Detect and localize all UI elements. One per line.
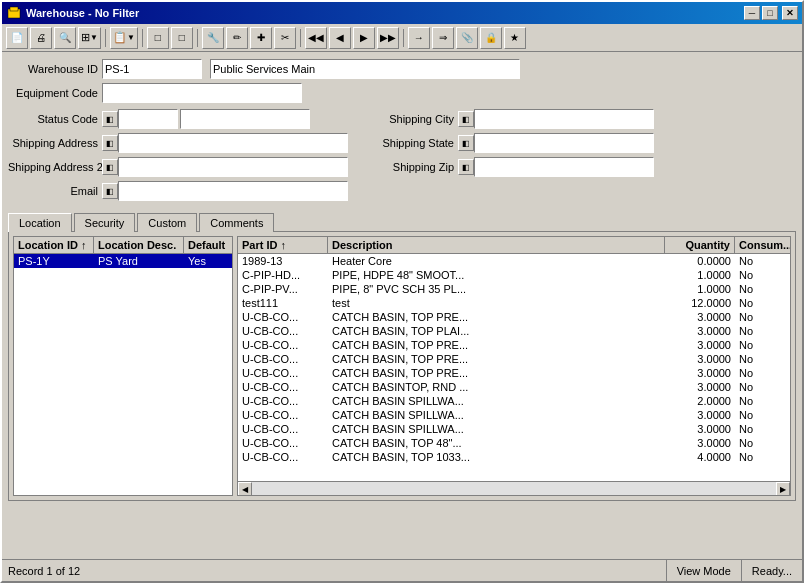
shipping-address-icon-btn[interactable]: ◧ [102, 135, 118, 151]
scissors-button[interactable]: ✂ [274, 27, 296, 49]
tools-button[interactable]: 🔧 [202, 27, 224, 49]
view-mode-section: View Mode [667, 560, 742, 581]
close-button[interactable]: ✕ [782, 6, 798, 20]
shipping-address-input[interactable] [118, 133, 348, 153]
part-row-11[interactable]: U-CB-CO... CATCH BASIN SPILLWA... 3.0000… [238, 408, 790, 422]
shipping-address-label: Shipping Address [8, 137, 98, 149]
email-label: Email [8, 185, 98, 197]
equipment-code-input[interactable] [102, 83, 302, 103]
part-row-8[interactable]: U-CB-CO... CATCH BASIN, TOP PRE... 3.000… [238, 366, 790, 380]
ready-label: Ready... [752, 565, 792, 577]
part-row-9[interactable]: U-CB-CO... CATCH BASINTOP, RND ... 3.000… [238, 380, 790, 394]
lock-button[interactable]: 🔒 [480, 27, 502, 49]
add-button[interactable]: ✚ [250, 27, 272, 49]
maximize-button[interactable]: □ [762, 6, 778, 20]
part-row-4[interactable]: U-CB-CO... CATCH BASIN, TOP PRE... 3.000… [238, 310, 790, 324]
toolbar: 📄 🖨 🔍 ⊞ ▼ 📋 ▼ □ □ 🔧 ✏ ✚ ✂ ◀◀ ◀ ▶ ▶▶ → ⇒ … [2, 24, 802, 52]
default-header[interactable]: Default [184, 237, 229, 253]
part-row-12[interactable]: U-CB-CO... CATCH BASIN SPILLWA... 3.0000… [238, 422, 790, 436]
part-row-14[interactable]: U-CB-CO... CATCH BASIN, TOP 1033... 4.00… [238, 450, 790, 464]
attach-button[interactable]: 📎 [456, 27, 478, 49]
last-button[interactable]: ▶▶ [377, 27, 399, 49]
warehouse-name-input[interactable] [210, 59, 520, 79]
filter-dropdown[interactable]: ⊞ ▼ [78, 27, 101, 49]
right-form-col: Shipping City ◧ Shipping State ◧ [364, 108, 654, 202]
part-row-3[interactable]: test111 test 12.0000 No [238, 296, 790, 310]
parts-hscrollbar[interactable]: ◀ ▶ [238, 481, 790, 495]
consumable-header[interactable]: Consum... [735, 237, 790, 253]
part-row-5[interactable]: U-CB-CO... CATCH BASIN, TOP PLAI... 3.00… [238, 324, 790, 338]
shipping-state-input[interactable] [474, 133, 654, 153]
prev-button[interactable]: ◀ [329, 27, 351, 49]
equipment-code-row: Equipment Code [8, 82, 796, 104]
email-icon-btn[interactable]: ◧ [102, 183, 118, 199]
hscroll-left[interactable]: ◀ [238, 482, 252, 496]
status-code-icon-btn[interactable]: ◧ [102, 111, 118, 127]
shipping-zip-input[interactable] [474, 157, 654, 177]
shipping-address2-input[interactable] [118, 157, 348, 177]
part-row-6[interactable]: U-CB-CO... CATCH BASIN, TOP PRE... 3.000… [238, 338, 790, 352]
parts-table-header: Part ID ↑ Description Quantity Consum... [238, 237, 790, 254]
quantity-header[interactable]: Quantity [665, 237, 735, 253]
go2-button[interactable]: ⇒ [432, 27, 454, 49]
content-area: Warehouse ID Equipment Code Status Code [2, 52, 802, 559]
status-code-desc-input[interactable] [180, 109, 310, 129]
shipping-city-icon-btn[interactable]: ◧ [458, 111, 474, 127]
window-controls: ─ □ ✕ [744, 6, 798, 20]
blank-btn2[interactable]: □ [171, 27, 193, 49]
hscroll-right[interactable]: ▶ [776, 482, 790, 496]
shipping-city-input[interactable] [474, 109, 654, 129]
tab-comments[interactable]: Comments [199, 213, 274, 232]
equipment-code-input-group [102, 83, 302, 103]
shipping-state-icon-btn[interactable]: ◧ [458, 135, 474, 151]
tab-location[interactable]: Location [8, 213, 72, 232]
shipping-address2-icon-btn[interactable]: ◧ [102, 159, 118, 175]
pencil-button[interactable]: ✏ [226, 27, 248, 49]
email-group: ◧ [102, 181, 348, 201]
find-button[interactable]: 🔍 [54, 27, 76, 49]
shipping-city-label: Shipping City [364, 113, 454, 125]
parts-table: Part ID ↑ Description Quantity Consum...… [237, 236, 791, 496]
tab-security[interactable]: Security [74, 213, 136, 232]
window-title: Warehouse - No Filter [26, 7, 744, 19]
email-input[interactable] [118, 181, 348, 201]
default-cell: Yes [184, 254, 229, 268]
parts-table-scroll[interactable]: 1989-13 Heater Core 0.0000 No C-PIP-HD..… [238, 254, 790, 481]
warehouse-id-input[interactable] [102, 59, 202, 79]
star-button[interactable]: ★ [504, 27, 526, 49]
left-form-col: Status Code ◧ Shipping Address ◧ [8, 108, 348, 202]
shipping-state-row: Shipping State ◧ [364, 132, 654, 154]
new-button[interactable]: 📄 [6, 27, 28, 49]
part-row-7[interactable]: U-CB-CO... CATCH BASIN, TOP PRE... 3.000… [238, 352, 790, 366]
view-arrow: ▼ [127, 33, 135, 42]
location-row[interactable]: PS-1Y PS Yard Yes [14, 254, 232, 268]
status-code-input[interactable] [118, 109, 178, 129]
print-button[interactable]: 🖨 [30, 27, 52, 49]
shipping-zip-icon-btn[interactable]: ◧ [458, 159, 474, 175]
tab-custom[interactable]: Custom [137, 213, 197, 232]
description-header[interactable]: Description [328, 237, 665, 253]
location-desc-header[interactable]: Location Desc. [94, 237, 184, 253]
view-dropdown[interactable]: 📋 ▼ [110, 27, 138, 49]
minimize-button[interactable]: ─ [744, 6, 760, 20]
part-row-1[interactable]: C-PIP-HD... PIPE, HDPE 48" SMOOT... 1.00… [238, 268, 790, 282]
part-row-10[interactable]: U-CB-CO... CATCH BASIN SPILLWA... 2.0000… [238, 394, 790, 408]
shipping-state-label: Shipping State [364, 137, 454, 149]
next-button[interactable]: ▶ [353, 27, 375, 49]
part-row-0[interactable]: 1989-13 Heater Core 0.0000 No [238, 254, 790, 268]
shipping-zip-group: ◧ [458, 157, 654, 177]
part-id-header[interactable]: Part ID ↑ [238, 237, 328, 253]
blank-btn1[interactable]: □ [147, 27, 169, 49]
ready-section: Ready... [742, 560, 802, 581]
shipping-address2-row: Shipping Address 2 ◧ [8, 156, 348, 178]
part-row-2[interactable]: C-PIP-PV... PIPE, 8" PVC SCH 35 PL... 1.… [238, 282, 790, 296]
shipping-zip-label: Shipping Zip [364, 161, 454, 173]
shipping-zip-row: Shipping Zip ◧ [364, 156, 654, 178]
location-table: Location ID ↑ Location Desc. Default PS-… [13, 236, 233, 496]
record-info-section: Record 1 of 12 [2, 560, 667, 581]
filter-icon: ⊞ [81, 31, 90, 44]
part-row-13[interactable]: U-CB-CO... CATCH BASIN, TOP 48"... 3.000… [238, 436, 790, 450]
go-button[interactable]: → [408, 27, 430, 49]
first-button[interactable]: ◀◀ [305, 27, 327, 49]
location-id-header[interactable]: Location ID ↑ [14, 237, 94, 253]
